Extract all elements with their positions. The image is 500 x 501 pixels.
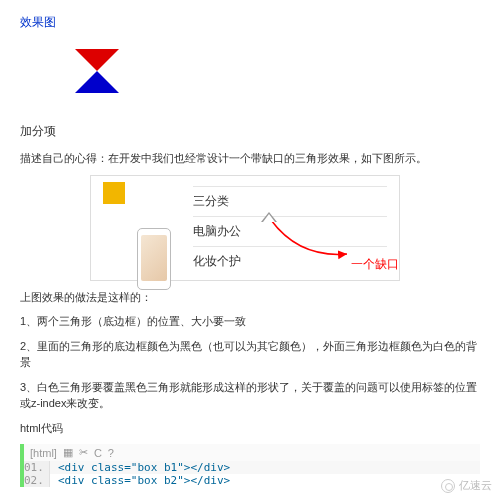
diagram-illustration: 三分类 电脑办公 化妆个护 一个缺口 bbox=[90, 175, 400, 281]
explain-title: 上图效果的做法是这样的： bbox=[20, 289, 480, 306]
toolbar-label: [html] bbox=[30, 447, 57, 459]
section-title-bonus: 加分项 bbox=[20, 123, 480, 140]
step: 1、两个三角形（底边框）的位置、大小要一致 bbox=[20, 313, 480, 330]
line-number: 01. bbox=[24, 461, 50, 474]
line-number: 02. bbox=[24, 474, 50, 487]
yellow-square-icon bbox=[103, 182, 125, 204]
callout-label: 一个缺口 bbox=[351, 256, 399, 273]
watermark-logo-icon bbox=[441, 479, 455, 493]
step: 2、里面的三角形的底边框颜色为黑色（也可以为其它颜色），外面三角形边框颜色为白色… bbox=[20, 338, 480, 371]
help-icon[interactable]: ? bbox=[108, 447, 114, 459]
step: 3、白色三角形要覆盖黑色三角形就能形成这样的形状了，关于覆盖的问题可以使用标签的… bbox=[20, 379, 480, 412]
code-block: [html] ▦ ✂ C ? 01. <div class="box b1"><… bbox=[20, 444, 480, 487]
copy-icon[interactable]: ✂ bbox=[79, 446, 88, 459]
arrow-icon bbox=[269, 218, 354, 262]
code-toolbar: [html] ▦ ✂ C ? bbox=[24, 444, 480, 461]
intro-paragraph: 描述自己的心得：在开发中我们也经常设计一个带缺口的三角形效果，如下图所示。 bbox=[20, 150, 480, 167]
triangle-demo bbox=[75, 49, 480, 93]
code-text: <div class="box b2"></div> bbox=[50, 474, 230, 487]
watermark-text: 亿速云 bbox=[459, 478, 492, 493]
triangle-up-blue bbox=[75, 71, 119, 93]
code-section-label: html代码 bbox=[20, 420, 480, 437]
refresh-icon[interactable]: C bbox=[94, 447, 102, 459]
triangle-down-red bbox=[75, 49, 119, 71]
heading-link: 效果图 bbox=[20, 14, 480, 31]
code-line: 01. <div class="box b1"></div> bbox=[24, 461, 480, 474]
view-plain-icon[interactable]: ▦ bbox=[63, 446, 73, 459]
code-line: 02. <div class="box b2"></div> bbox=[24, 474, 480, 487]
code-text: <div class="box b1"></div> bbox=[50, 461, 230, 474]
phone-illustration bbox=[137, 228, 171, 290]
diagram-row: 三分类 bbox=[193, 186, 387, 216]
watermark: 亿速云 bbox=[441, 478, 492, 493]
notch-triangle bbox=[263, 214, 275, 222]
